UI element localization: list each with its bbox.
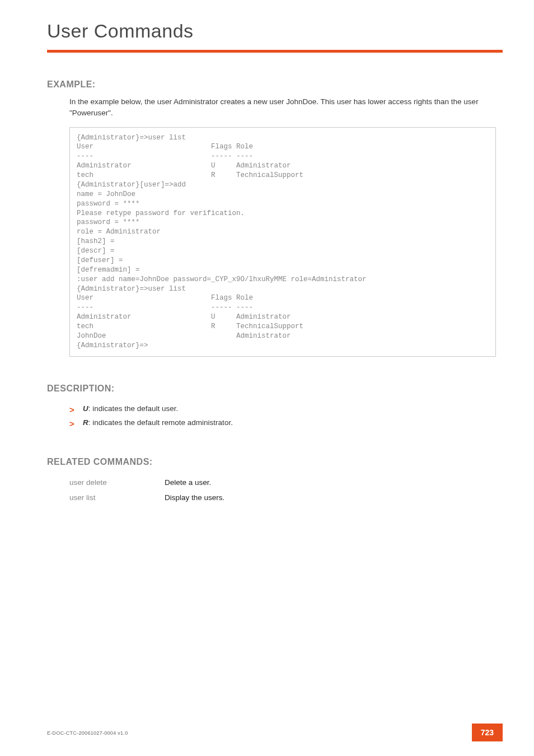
terminal-output: {Administrator}=>user list User Flags Ro… — [77, 133, 489, 351]
related-cmd: user list — [69, 490, 165, 505]
list-item-emph: R — [83, 418, 88, 427]
related-heading: RELATED COMMANDS: — [47, 457, 503, 467]
example-intro: In the example below, the user Administr… — [69, 96, 495, 119]
list-item-emph: U — [83, 404, 88, 413]
terminal-box: {Administrator}=>user list User Flags Ro… — [69, 127, 496, 357]
list-item-text: : indicates the default user. — [88, 404, 179, 413]
related-cmd: user delete — [69, 475, 165, 490]
list-item-text: : indicates the default remote administr… — [88, 418, 233, 427]
page: User Commands EXAMPLE: In the example be… — [0, 0, 534, 756]
footer: E-DOC-CTC-20061027-0004 v1.0 723 — [47, 727, 503, 737]
example-heading: EXAMPLE: — [47, 80, 503, 90]
page-title: User Commands — [47, 20, 503, 42]
table-row: user list Display the users. — [69, 490, 224, 505]
title-rule — [47, 50, 503, 53]
related-desc: Display the users. — [165, 490, 224, 505]
chevron-right-icon: > — [69, 416, 74, 432]
description-heading: DESCRIPTION: — [47, 384, 503, 394]
description-list: > U: indicates the default user. > R: in… — [69, 402, 503, 430]
page-number-badge: 723 — [472, 724, 503, 741]
list-item: > R: indicates the default remote admini… — [69, 416, 503, 430]
table-row: user delete Delete a user. — [69, 475, 224, 490]
list-item: > U: indicates the default user. — [69, 402, 503, 416]
doc-id: E-DOC-CTC-20061027-0004 v1.0 — [47, 730, 128, 736]
related-commands-table: user delete Delete a user. user list Dis… — [69, 475, 224, 505]
related-desc: Delete a user. — [165, 475, 224, 490]
